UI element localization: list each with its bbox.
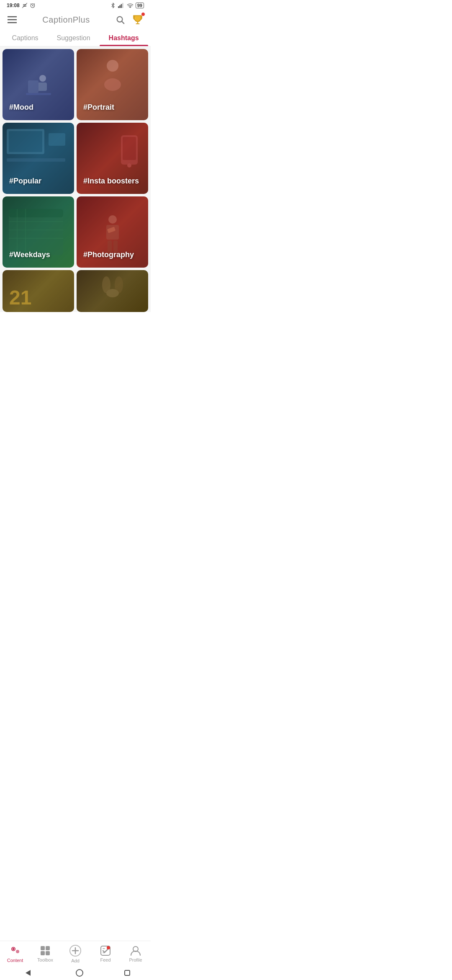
tab-suggestion[interactable]: Suggestion (48, 30, 100, 46)
search-button[interactable] (115, 14, 126, 25)
svg-rect-4 (121, 4, 122, 8)
status-icons: 99 (110, 3, 144, 8)
app-title: CaptionPlus (42, 15, 90, 25)
card-illustration (96, 272, 129, 302)
menu-icon (8, 16, 17, 23)
card-illustration (7, 129, 65, 167)
svg-rect-15 (26, 93, 51, 95)
search-icon (116, 15, 125, 24)
tabs: Captions Suggestion Hashtags (0, 30, 151, 46)
svg-rect-5 (122, 3, 123, 8)
trophy-badge (141, 12, 145, 16)
hashtag-card-partial2[interactable] (77, 270, 148, 312)
hashtag-card-photography[interactable]: #Photography (77, 196, 148, 268)
card-label: #Portrait (83, 103, 145, 112)
svg-rect-3 (119, 5, 121, 8)
tab-hashtags[interactable]: Hashtags (100, 30, 148, 46)
nav-icons (115, 13, 144, 26)
card-label: #Weekdays (9, 250, 71, 259)
svg-rect-19 (9, 131, 42, 152)
svg-rect-2 (118, 6, 119, 8)
svg-point-39 (106, 289, 119, 297)
svg-point-12 (39, 75, 46, 82)
wifi-icon (127, 3, 134, 8)
menu-button[interactable] (7, 15, 18, 24)
mute-icon (22, 3, 28, 8)
svg-point-17 (104, 78, 121, 91)
card-label: #Photography (83, 250, 145, 259)
hashtag-card-mood[interactable]: #Mood (3, 49, 74, 120)
card-label: #Mood (9, 103, 71, 112)
alarm-icon (30, 3, 36, 8)
hashtag-card-insta-boosters[interactable]: #Insta boosters (77, 123, 148, 194)
tab-captions[interactable]: Captions (3, 30, 47, 46)
card-illustration (22, 70, 55, 103)
svg-point-6 (130, 7, 131, 8)
hashtag-card-weekdays[interactable]: #Weekdays (3, 196, 74, 268)
hashtag-card-popular[interactable]: #Popular (3, 123, 74, 194)
hashtag-card-portrait[interactable]: #Portrait (77, 49, 148, 120)
trophy-button[interactable] (131, 13, 144, 26)
card-illustration (7, 203, 65, 257)
svg-rect-14 (28, 80, 39, 93)
svg-rect-23 (123, 137, 136, 160)
hashtag-card-partial1[interactable]: 21 (3, 270, 74, 312)
status-bar: 19:08 99 (0, 0, 151, 10)
card-label: #Popular (9, 177, 71, 186)
scroll-area: #Mood #Portrait #Popular (0, 46, 151, 350)
card-illustration (100, 57, 125, 91)
svg-point-16 (107, 60, 118, 72)
svg-point-32 (108, 215, 117, 224)
card-label: #Insta boosters (83, 177, 145, 186)
signal-icon (118, 3, 125, 8)
hashtag-grid: #Mood #Portrait #Popular (0, 46, 151, 312)
bluetooth-icon (110, 3, 116, 8)
svg-rect-21 (7, 158, 65, 162)
status-time: 19:08 (7, 3, 36, 8)
card-illustration (117, 131, 142, 173)
card-number: 21 (9, 288, 31, 308)
card-illustration (100, 213, 125, 255)
top-nav: CaptionPlus (0, 10, 151, 30)
svg-point-24 (127, 163, 131, 168)
svg-line-11 (122, 21, 124, 23)
svg-rect-20 (49, 133, 65, 146)
